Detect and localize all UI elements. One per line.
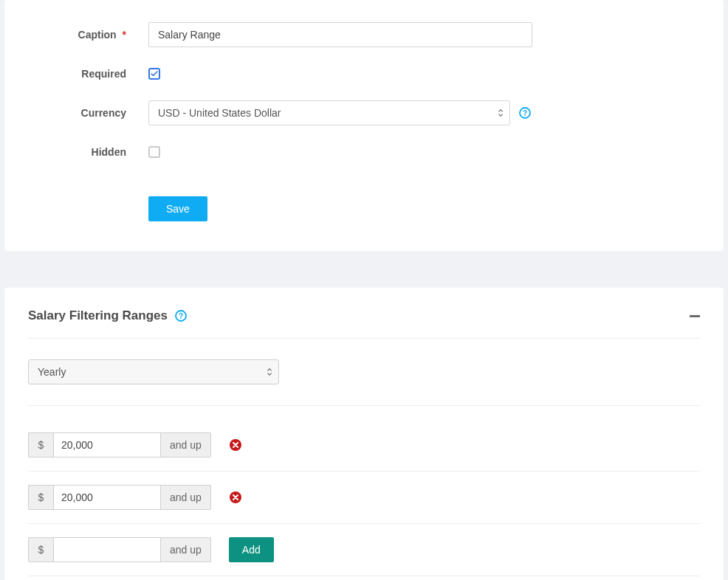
range-value-input[interactable] xyxy=(53,432,161,458)
caption-input[interactable] xyxy=(148,22,532,47)
required-star-icon: * xyxy=(123,29,126,41)
currency-prefix: $ xyxy=(28,485,53,510)
range-input-group: $ and up xyxy=(28,485,211,510)
filtering-help[interactable]: ? xyxy=(175,310,187,322)
period-row: Yearly xyxy=(28,359,700,406)
caption-label: Caption * xyxy=(34,29,148,41)
help-circle-icon: ? xyxy=(519,107,531,119)
required-row: Required xyxy=(34,68,694,80)
collapse-icon[interactable] xyxy=(690,315,700,317)
save-button[interactable]: Save xyxy=(148,196,207,221)
period-select-wrap: Yearly xyxy=(28,359,279,384)
required-label: Required xyxy=(34,68,148,80)
currency-prefix: $ xyxy=(28,537,53,562)
currency-select-wrap: USD - United States Dollar xyxy=(148,100,510,125)
range-row: $ and up xyxy=(28,472,700,524)
currency-select[interactable]: USD - United States Dollar xyxy=(148,100,510,125)
and-up-suffix: and up xyxy=(161,537,211,562)
remove-icon[interactable] xyxy=(229,491,242,504)
and-up-suffix: and up xyxy=(161,485,211,510)
range-row: $ and up Add xyxy=(28,524,700,576)
section-title: Salary Filtering Ranges ? xyxy=(28,308,187,323)
section-header: Salary Filtering Ranges ? xyxy=(28,308,700,339)
and-up-suffix: and up xyxy=(161,432,211,458)
range-value-input[interactable] xyxy=(53,537,161,562)
add-button[interactable]: Add xyxy=(229,537,274,562)
hidden-row: Hidden xyxy=(34,146,694,158)
help-circle-icon: ? xyxy=(175,310,187,322)
currency-row: Currency USD - United States Dollar ? xyxy=(34,100,694,125)
range-input-group: $ and up xyxy=(28,537,211,562)
range-row: $ and up xyxy=(28,419,700,472)
checkmark-icon xyxy=(151,71,158,77)
caption-row: Caption * xyxy=(34,22,694,47)
range-value-input[interactable] xyxy=(53,485,161,510)
hidden-checkbox[interactable] xyxy=(148,146,160,158)
currency-prefix: $ xyxy=(28,432,53,458)
currency-help[interactable]: ? xyxy=(519,107,531,119)
period-select[interactable]: Yearly xyxy=(28,359,279,384)
filtering-panel: Salary Filtering Ranges ? Yearly $ xyxy=(4,288,724,580)
svg-text:?: ? xyxy=(523,109,527,117)
hidden-label: Hidden xyxy=(34,146,148,158)
remove-icon[interactable] xyxy=(229,438,242,452)
required-checkbox[interactable] xyxy=(148,68,160,80)
range-input-group: $ and up xyxy=(28,432,211,458)
settings-panel: Caption * Required Currency USD - United… xyxy=(4,0,724,251)
currency-label: Currency xyxy=(34,107,148,119)
svg-text:?: ? xyxy=(179,312,183,320)
